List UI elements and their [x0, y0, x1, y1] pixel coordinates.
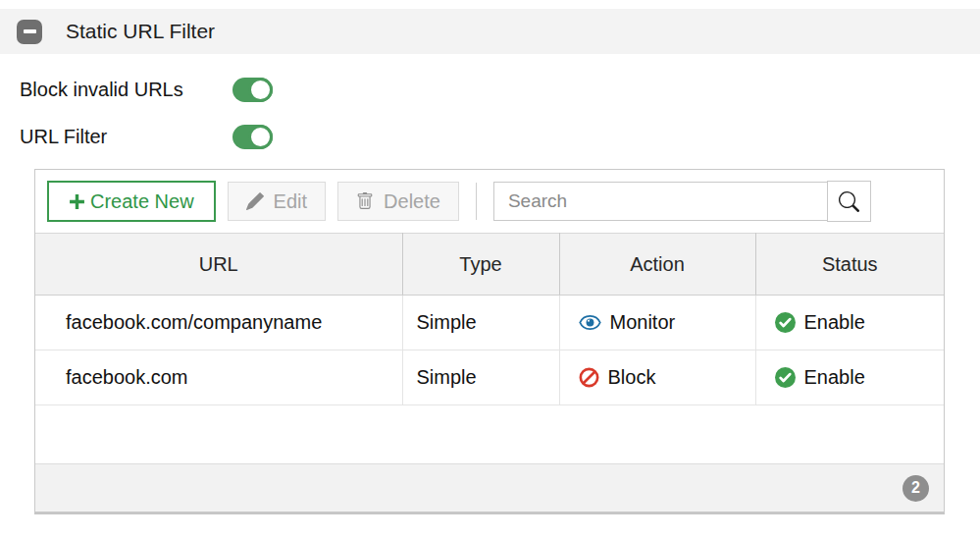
search-area: [493, 181, 871, 222]
section-title: Static URL Filter: [66, 20, 215, 43]
eye-icon: [579, 314, 601, 331]
edit-label: Edit: [274, 190, 307, 213]
column-header-type[interactable]: Type: [402, 234, 559, 296]
setting-label: Block invalid URLs: [20, 79, 232, 101]
column-header-action[interactable]: Action: [559, 234, 755, 296]
type-cell: Simple: [402, 296, 559, 350]
action-cell: Monitor: [559, 296, 755, 350]
table-header-row: URL Type Action Status: [35, 234, 944, 296]
minus-icon: [24, 29, 36, 33]
url-filter-table: URL Type Action Status facebook.com/comp…: [35, 233, 944, 405]
status-cell: Enable: [755, 296, 944, 350]
check-circle-icon: [775, 312, 796, 333]
delete-label: Delete: [384, 190, 440, 213]
edit-button[interactable]: Edit: [228, 182, 326, 221]
url-filter-toggle[interactable]: [232, 125, 273, 149]
block-icon: [579, 367, 599, 388]
trash-icon: [356, 192, 374, 210]
plus-icon: [69, 193, 85, 210]
toggle-knob: [248, 78, 273, 102]
create-new-button[interactable]: Create New: [47, 181, 216, 222]
column-header-status[interactable]: Status: [755, 234, 944, 296]
column-header-url[interactable]: URL: [35, 234, 402, 296]
toggle-knob: [248, 125, 273, 149]
table-empty-area: [35, 405, 944, 463]
url-cell: facebook.com/companyname: [35, 296, 402, 350]
settings-area: Block invalid URLs URL Filter: [0, 76, 980, 150]
setting-label: URL Filter: [20, 126, 232, 148]
status-label: Enable: [804, 311, 865, 334]
search-button[interactable]: [827, 181, 871, 222]
url-cell: facebook.com: [35, 350, 402, 405]
table-row[interactable]: facebook.com Simple Block Enable: [35, 350, 944, 405]
toolbar: Create New Edit Delete: [35, 170, 944, 233]
type-cell: Simple: [402, 350, 559, 405]
url-filter-panel: Create New Edit Delete URL Type Action S…: [34, 169, 945, 512]
action-label: Block: [608, 366, 656, 389]
status-cell: Enable: [755, 350, 944, 405]
search-input[interactable]: [493, 182, 828, 221]
row-count-badge: 2: [903, 475, 929, 502]
panel-footer: 2: [35, 463, 944, 512]
table-row[interactable]: facebook.com/companyname Simple Monitor …: [35, 296, 944, 350]
setting-row-block-invalid-urls: Block invalid URLs: [20, 76, 980, 103]
pencil-icon: [246, 192, 264, 210]
delete-button[interactable]: Delete: [337, 182, 459, 221]
action-label: Monitor: [610, 311, 676, 334]
action-cell: Block: [559, 350, 755, 405]
section-header: Static URL Filter: [0, 9, 980, 54]
block-invalid-urls-toggle[interactable]: [232, 78, 273, 102]
magnifier-icon: [839, 191, 859, 212]
toolbar-divider: [476, 183, 477, 220]
collapse-minus-icon[interactable]: [17, 20, 42, 44]
create-new-label: Create New: [90, 190, 194, 213]
check-circle-icon: [775, 367, 796, 388]
setting-row-url-filter: URL Filter: [20, 123, 980, 150]
status-label: Enable: [804, 366, 865, 389]
